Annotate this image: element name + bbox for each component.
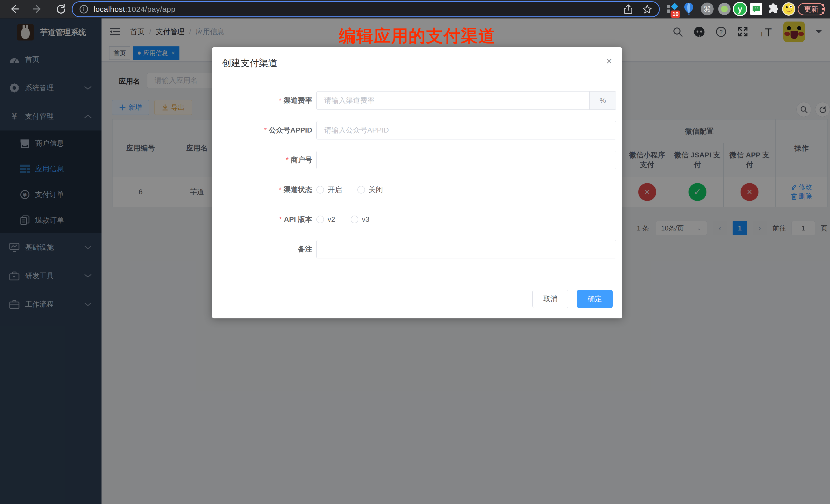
annotation-text: 编辑应用的支付渠道: [339, 25, 496, 48]
extension-y-icon[interactable]: y: [733, 2, 747, 17]
field-rate-label: 渠道费率: [212, 91, 316, 110]
radio-circle-icon: [357, 186, 365, 194]
rate-suffix: %: [589, 91, 616, 110]
rate-input[interactable]: [316, 91, 589, 110]
field-api-label: API 版本: [212, 210, 316, 229]
url-text[interactable]: localhost:1024/pay/app: [94, 5, 175, 13]
browser-toolbar: localhost:1024/pay/app 10 ⌘ y 更新: [0, 0, 830, 19]
merchant-id-input[interactable]: [316, 151, 616, 169]
radio-status-open[interactable]: 开启: [316, 185, 342, 195]
create-pay-channel-dialog: 创建支付渠道 × 渠道费率 % 公众号APPID 商户号: [212, 47, 622, 318]
radio-status-closed[interactable]: 关闭: [357, 185, 383, 195]
browser-back-icon[interactable]: [9, 4, 20, 14]
radio-api-v3[interactable]: v3: [351, 215, 370, 224]
dialog-title: 创建支付渠道: [222, 57, 277, 69]
radio-circle-icon: [316, 186, 324, 194]
radio-circle-icon: [351, 216, 358, 223]
dialog-close-icon[interactable]: ×: [606, 56, 612, 66]
field-status-label: 渠道状态: [212, 181, 316, 199]
extensions-puzzle-icon[interactable]: [767, 3, 779, 14]
confirm-button[interactable]: 确定: [577, 290, 613, 308]
site-info-icon[interactable]: [79, 5, 89, 14]
cancel-button[interactable]: 取消: [533, 290, 568, 308]
browser-forward-icon[interactable]: [32, 4, 43, 14]
browser-update-button[interactable]: 更新: [798, 3, 825, 15]
field-api-version: API 版本 v2 v3: [212, 210, 622, 229]
profile-avatar-icon[interactable]: [782, 2, 796, 16]
extension-badge: 10: [671, 10, 680, 18]
bookmark-star-icon[interactable]: [642, 4, 652, 14]
extension-diamond-icon[interactable]: 10: [665, 2, 680, 16]
extension-command-icon[interactable]: ⌘: [701, 2, 714, 15]
field-rate: 渠道费率 %: [212, 91, 622, 110]
share-icon[interactable]: [624, 4, 633, 14]
svg-text:y: y: [738, 4, 742, 13]
field-mch-label: 商户号: [212, 151, 316, 169]
svg-text:⌘: ⌘: [703, 5, 711, 13]
radio-api-v2[interactable]: v2: [316, 215, 335, 224]
appid-input[interactable]: [316, 121, 616, 139]
field-remark: 备注: [212, 240, 622, 258]
field-appid-label: 公众号APPID: [212, 121, 316, 139]
browser-reload-icon[interactable]: [55, 3, 67, 14]
extension-balloon-icon[interactable]: [683, 2, 694, 15]
browser-menu-icon[interactable]: [821, 3, 824, 14]
extension-chat-icon[interactable]: [750, 3, 762, 15]
address-bar[interactable]: localhost:1024/pay/app: [72, 1, 660, 17]
field-status: 渠道状态 开启 关闭: [212, 181, 622, 199]
field-remark-label: 备注: [212, 240, 316, 258]
extension-record-icon[interactable]: [718, 3, 731, 15]
remark-input[interactable]: [316, 240, 616, 258]
app-root: 芋道管理系统 首页 系统管理 ¥ 支付管理: [0, 19, 830, 504]
field-mch: 商户号: [212, 151, 622, 169]
field-appid: 公众号APPID: [212, 121, 622, 139]
radio-circle-icon: [316, 216, 324, 223]
